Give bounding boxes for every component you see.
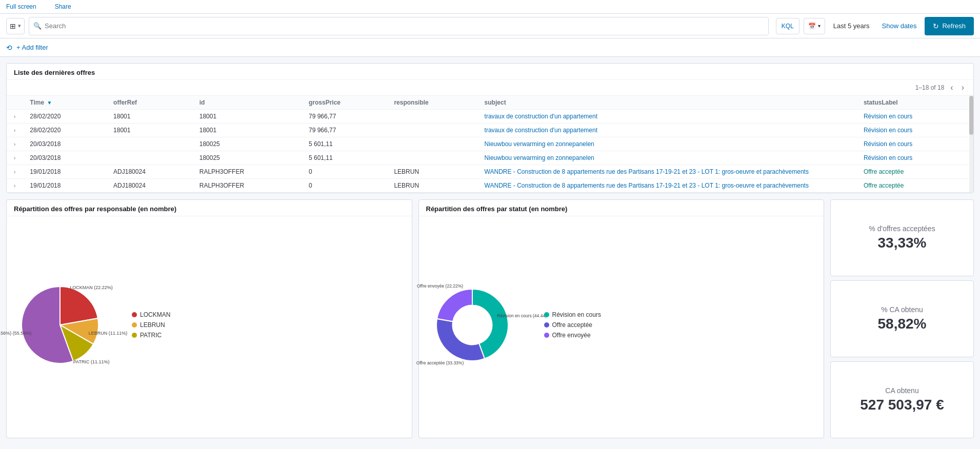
stat-value-0: 33,33% xyxy=(878,235,927,251)
legend-dot-0 xyxy=(132,312,137,317)
calendar-chevron: ▾ xyxy=(818,23,821,29)
search-icon: 🔍 xyxy=(33,22,42,30)
row-expand-button[interactable]: › xyxy=(14,141,15,147)
table-panel: Liste des dernières offres 1–18 of 18 ‹ … xyxy=(6,63,974,193)
table-row[interactable]: › 28/02/2020 18001 18001 79 966,77 trava… xyxy=(7,110,973,124)
col-id[interactable]: id xyxy=(192,96,302,110)
stat-label-2: CA obtenu xyxy=(885,386,918,395)
next-page-button[interactable]: › xyxy=(959,83,966,92)
table-row[interactable]: › 19/01/2018 ADJ180024 RALPH3OFFER 0 LEB… xyxy=(7,179,973,193)
pie-chart-1-container: LOCKMAN (22.22%)LEBRUN (11.11%)PATRIC (1… xyxy=(14,274,405,376)
cell-subject: travaux de construction d'un appartement xyxy=(477,110,856,124)
pie-chart-2-container: Révision en cours (44.44)Offre acceptée … xyxy=(426,274,817,376)
stat-panel-0: % d'offres acceptées 33,33% xyxy=(830,199,974,276)
cell-time: 20/03/2018 xyxy=(23,137,106,151)
scrollbar-track[interactable] xyxy=(969,96,973,193)
app-menu-btn[interactable]: ⊞ ▾ xyxy=(6,18,25,34)
stat-value-1: 58,82% xyxy=(878,316,927,332)
legend-label-1: LEBRUN xyxy=(140,321,165,329)
stats-column: % d'offres acceptées 33,33% % CA obtenu … xyxy=(830,199,974,438)
row-expand-button[interactable]: › xyxy=(14,155,15,161)
donut-slice-label-2: Offre envoyée (22.22%) xyxy=(416,283,463,289)
table-row[interactable]: › 28/02/2020 18001 18001 79 966,77 trava… xyxy=(7,124,973,137)
search-input[interactable] xyxy=(45,22,764,30)
cell-statuslabel: Révision en cours xyxy=(856,151,973,165)
pie-chart-2-panel: Répartition des offres par statut (en no… xyxy=(418,199,825,438)
col-responsible[interactable]: responsible xyxy=(387,96,477,110)
legend-item-1: Offre acceptée xyxy=(544,321,601,329)
share-link[interactable]: Share xyxy=(49,3,77,10)
cell-statuslabel: Révision en cours xyxy=(856,110,973,124)
prev-page-button[interactable]: ‹ xyxy=(948,83,955,92)
legend-item-0: LOCKMAN xyxy=(132,311,170,318)
cell-offerref: 18001 xyxy=(106,110,192,124)
cell-grossprice: 79 966,77 xyxy=(302,124,387,137)
pie-chart-1-inner: LOCKMAN (22.22%)LEBRUN (11.11%)PATRIC (1… xyxy=(7,216,412,434)
row-expand-button[interactable]: › xyxy=(14,114,15,119)
cell-offerref: ADJ180024 xyxy=(106,179,192,193)
donut-slice-label-1: Offre acceptée (33.33%) xyxy=(416,360,464,365)
calendar-button[interactable]: 📅 ▾ xyxy=(804,18,825,34)
cell-id: 18001 xyxy=(192,110,302,124)
cell-offerref: ADJ180024 xyxy=(106,165,192,179)
fullscreen-link[interactable]: Full screen xyxy=(0,3,43,10)
stat-value-2: 527 503,97 € xyxy=(860,397,944,413)
legend-label-2: Offre envoyée xyxy=(552,332,591,339)
cell-time: 20/03/2018 xyxy=(23,151,106,165)
cell-offerref xyxy=(106,137,192,151)
pie-chart-1-legend: LOCKMANLEBRUNPATRIC xyxy=(132,311,170,339)
show-dates-button[interactable]: Show dates xyxy=(878,22,921,30)
charts-row: Répartition des offres par responsable (… xyxy=(6,199,974,438)
cell-offerref xyxy=(106,151,192,165)
legend-item-2: PATRIC xyxy=(132,332,170,339)
search-bar[interactable]: 🔍 xyxy=(29,17,769,35)
stat-label-1: % CA obtenu xyxy=(881,305,923,314)
cell-responsible: LEBRUN xyxy=(387,179,477,193)
cell-responsible: LEBRUN xyxy=(387,165,477,179)
stat-panel-1: % CA obtenu 58,82% xyxy=(830,280,974,357)
row-expand-button[interactable]: › xyxy=(14,169,15,175)
legend-label-0: Révision en cours xyxy=(552,311,601,318)
col-offerref[interactable]: offerRef xyxy=(106,96,192,110)
legend-label-2: PATRIC xyxy=(140,332,162,339)
cell-id: 180025 xyxy=(192,151,302,165)
scrollbar-thumb[interactable] xyxy=(969,96,973,135)
legend-dot-2 xyxy=(544,333,549,338)
table-pagination: 1–18 of 18 ‹ › xyxy=(7,80,973,96)
legend-dot-0 xyxy=(544,312,549,317)
pie-slice-2 xyxy=(437,289,472,321)
cell-responsible xyxy=(387,124,477,137)
pie-slice-1 xyxy=(436,319,485,361)
time-range-label: Last 5 years xyxy=(833,22,870,30)
cell-statuslabel: Offre acceptée xyxy=(856,165,973,179)
add-filter-button[interactable]: + Add filter xyxy=(16,44,48,51)
cell-responsible xyxy=(387,137,477,151)
pie-slice-label-0: LOCKMAN (22.22%) xyxy=(70,285,113,290)
col-grossprice[interactable]: grossPrice xyxy=(302,96,387,110)
cell-statuslabel: Offre acceptée xyxy=(856,179,973,193)
stat-label-0: % d'offres acceptées xyxy=(869,224,935,233)
pie-chart-2-svg: Révision en cours (44.44)Offre acceptée … xyxy=(426,274,529,376)
cell-grossprice: 0 xyxy=(302,179,387,193)
refresh-button[interactable]: ↻ Refresh xyxy=(925,17,974,35)
col-statuslabel[interactable]: statusLabel xyxy=(856,96,973,110)
cell-time: 19/01/2018 xyxy=(23,165,106,179)
legend-dot-2 xyxy=(132,333,137,338)
cell-subject: WANDRE - Construction de 8 appartements … xyxy=(477,165,856,179)
col-subject[interactable]: subject xyxy=(477,96,856,110)
legend-item-1: LEBRUN xyxy=(132,321,170,329)
table-row[interactable]: › 20/03/2018 180025 5 601,11 Nieuwbou ve… xyxy=(7,137,973,151)
col-time[interactable]: Time ▼ xyxy=(23,96,106,110)
cell-responsible xyxy=(387,110,477,124)
donut-slice-label-0: Révision en cours (44.44) xyxy=(497,313,547,318)
table-row[interactable]: › 19/01/2018 ADJ180024 RALPH3OFFER 0 LEB… xyxy=(7,165,973,179)
row-expand-button[interactable]: › xyxy=(14,128,15,133)
calendar-icon: 📅 xyxy=(808,23,816,30)
cell-subject: Nieuwbou verwarming en zonnepanelen xyxy=(477,137,856,151)
table-row[interactable]: › 20/03/2018 180025 5 601,11 Nieuwbou ve… xyxy=(7,151,973,165)
pie-chart-2-legend: Révision en coursOffre acceptéeOffre env… xyxy=(544,311,601,339)
row-expand-button[interactable]: › xyxy=(14,183,15,189)
legend-item-0: Révision en cours xyxy=(544,311,601,318)
kql-button[interactable]: KQL xyxy=(776,18,799,34)
cell-grossprice: 79 966,77 xyxy=(302,110,387,124)
